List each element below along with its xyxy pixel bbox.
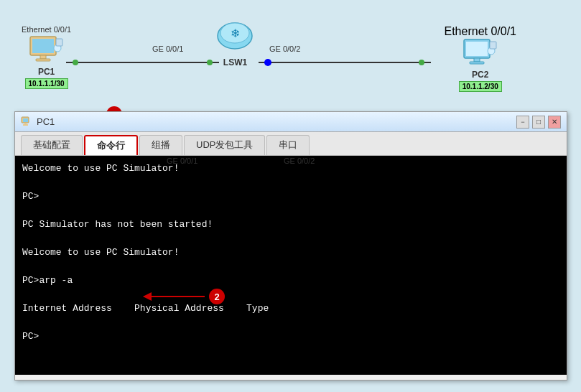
pc2-label: PC2 bbox=[472, 70, 488, 80]
svg-rect-7 bbox=[32, 39, 54, 53]
maximize-button[interactable]: □ bbox=[532, 116, 545, 129]
lsw1-label: LSW1 bbox=[223, 57, 247, 67]
window-icon bbox=[21, 116, 32, 128]
pc1-label: PC1 bbox=[38, 67, 55, 77]
close-button[interactable]: ✕ bbox=[548, 116, 561, 129]
tab-chuankou[interactable]: 串口 bbox=[266, 135, 310, 155]
device-pc2: Ethernet 0/0/1 PC2 10.1.1.2/30 bbox=[444, 25, 516, 92]
device-pc1: Ethernet 0/0/1 PC1 10.1.1.1/30 bbox=[22, 25, 71, 89]
svg-rect-8 bbox=[40, 55, 46, 59]
lsw1-icon: ❄ bbox=[215, 22, 255, 56]
pc1-eth-label: Ethernet 0/0/1 bbox=[22, 25, 71, 34]
ge-left-label: GE 0/0/1 bbox=[152, 45, 183, 53]
svg-rect-22 bbox=[23, 118, 28, 122]
tab-mingling[interactable]: 命令行 bbox=[84, 135, 138, 155]
pc1-icon bbox=[29, 35, 65, 65]
pc1-window: PC1 － □ ✕ 基础配置 命令行 组播 UDP发包工具 串口 Welcome… bbox=[14, 111, 567, 381]
svg-rect-16 bbox=[466, 42, 488, 56]
svg-rect-9 bbox=[36, 59, 50, 61]
svg-rect-18 bbox=[470, 62, 484, 64]
ge-left-label-overlay: GE 0/0/1 bbox=[167, 157, 197, 165]
pc2-ip: 10.1.1.2/30 bbox=[459, 81, 502, 92]
ge-right-label-overlay: GE 0/0/2 bbox=[284, 157, 315, 165]
ge-right-label: GE 0/0/2 bbox=[269, 45, 300, 53]
device-lsw1: ❄ LSW1 bbox=[215, 22, 255, 67]
svg-rect-24 bbox=[23, 124, 28, 126]
svg-rect-20 bbox=[490, 42, 496, 49]
window-titlebar: PC1 － □ ✕ bbox=[15, 112, 567, 132]
svg-point-2 bbox=[207, 60, 213, 65]
svg-point-4 bbox=[264, 59, 271, 66]
svg-rect-23 bbox=[24, 123, 27, 124]
terminal[interactable]: Welcome to use PC Simulator! PC> PC Simu… bbox=[15, 156, 567, 375]
window-tabs: 基础配置 命令行 组播 UDP发包工具 串口 bbox=[15, 132, 567, 156]
pc2-icon bbox=[463, 38, 498, 68]
tab-jichupeizhhi[interactable]: 基础配置 bbox=[21, 135, 83, 155]
svg-text:❄: ❄ bbox=[231, 27, 240, 39]
tab-zubo[interactable]: 组播 bbox=[139, 135, 182, 155]
pc1-ip: 10.1.1.1/30 bbox=[25, 78, 68, 89]
window-controls: － □ ✕ bbox=[516, 116, 561, 129]
svg-point-1 bbox=[73, 60, 78, 65]
svg-point-5 bbox=[419, 60, 424, 65]
minimize-button[interactable]: － bbox=[516, 116, 529, 129]
tab-udp[interactable]: UDP发包工具 bbox=[184, 135, 265, 155]
network-diagram: GE 0/0/1 GE 0/0/2 Ethernet 0/0/1 PC1 10.… bbox=[0, 0, 581, 126]
svg-rect-11 bbox=[56, 39, 62, 46]
pc2-eth-label: Ethernet 0/0/1 bbox=[444, 25, 516, 38]
window-title: PC1 bbox=[37, 116, 516, 127]
svg-rect-17 bbox=[474, 58, 480, 62]
